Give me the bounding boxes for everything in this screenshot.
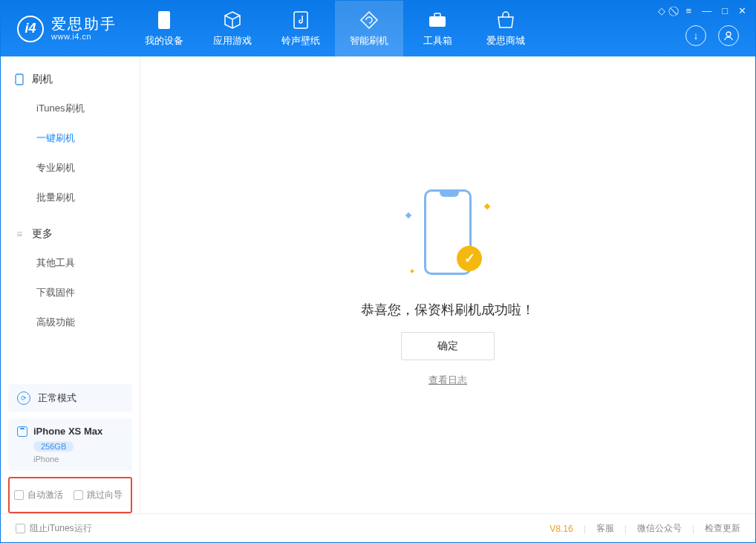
footer: 阻止iTunes运行 V8.16 | 客服 | 微信公众号 | 检查更新 — [1, 513, 755, 543]
group-title: 刷机 — [32, 73, 53, 86]
device-type: iPhone — [33, 455, 123, 464]
tab-flash[interactable]: 智能刷机 — [335, 1, 403, 56]
success-message: 恭喜您，保资料刷机成功啦！ — [361, 301, 535, 319]
tab-label: 应用游戏 — [213, 34, 252, 48]
svg-point-4 — [726, 32, 731, 36]
checkbox-block-itunes[interactable]: 阻止iTunes运行 — [16, 522, 92, 535]
sidebar-item-other-tools[interactable]: 其他工具 — [1, 248, 140, 278]
shirt-icon[interactable]: ◇ — [658, 5, 665, 17]
sidebar-item-one-click-flash[interactable]: 一键刷机 — [1, 123, 140, 153]
checkbox-auto-activate[interactable]: 自动激活 — [14, 489, 63, 501]
menu-icon[interactable]: ≡ — [686, 5, 692, 17]
svg-rect-0 — [158, 11, 170, 29]
user-icon[interactable] — [718, 25, 739, 46]
window-controls-top: ◇ ⃠ ≡ — □ ✕ — [658, 5, 746, 17]
checkbox-label: 阻止iTunes运行 — [30, 522, 92, 535]
tab-shop[interactable]: 爱思商城 — [472, 1, 540, 56]
tab-label: 爱思商城 — [486, 34, 525, 48]
checkbox-icon — [74, 490, 83, 500]
main-content: ✓ 恭喜您，保资料刷机成功啦！ 确定 查看日志 — [140, 56, 755, 513]
music-icon — [291, 10, 310, 30]
footer-link-check-update[interactable]: 检查更新 — [705, 522, 740, 535]
phone-icon — [14, 74, 25, 85]
device-card[interactable]: iPhone XS Max 256GB iPhone — [8, 418, 132, 471]
mode-card[interactable]: ⟳ 正常模式 — [8, 384, 132, 412]
tab-label: 我的设备 — [145, 34, 183, 48]
svg-rect-3 — [434, 13, 440, 17]
sidebar-group-more: ≡ 更多 — [1, 220, 140, 248]
device-name: iPhone XS Max — [33, 426, 102, 437]
toolbox-icon — [428, 10, 447, 30]
sidebar-item-itunes-flash[interactable]: iTunes刷机 — [1, 94, 140, 123]
app-subtitle: www.i4.cn — [51, 32, 117, 41]
app-title: 爱思助手 — [51, 16, 117, 32]
checkbox-label: 跳过向导 — [87, 489, 123, 501]
device-capacity: 256GB — [33, 441, 74, 452]
cube-icon — [223, 10, 242, 30]
sidebar-item-batch-flash[interactable]: 批量刷机 — [1, 183, 140, 212]
sidebar-item-pro-flash[interactable]: 专业刷机 — [1, 153, 140, 183]
app-logo: i4 爱思助手 www.i4.cn — [1, 16, 130, 42]
tab-ringtones[interactable]: 铃声壁纸 — [267, 1, 335, 56]
tab-my-device[interactable]: 我的设备 — [130, 1, 198, 56]
footer-link-support[interactable]: 客服 — [596, 522, 614, 535]
list-icon: ≡ — [14, 229, 25, 239]
header-right-icons: ↓ — [685, 25, 739, 46]
mode-label: 正常模式 — [38, 391, 76, 405]
checkbox-label: 自动激活 — [27, 489, 63, 501]
group-title: 更多 — [32, 227, 53, 241]
checkbox-icon — [14, 490, 24, 500]
view-log-link[interactable]: 查看日志 — [428, 374, 467, 387]
device-icon — [154, 10, 174, 30]
app-header: i4 爱思助手 www.i4.cn 我的设备 应用游戏 铃声壁纸 — [1, 1, 755, 56]
tab-label: 智能刷机 — [350, 34, 388, 48]
svg-rect-2 — [429, 16, 446, 27]
checkbox-skip-guide[interactable]: 跳过向导 — [74, 489, 123, 501]
main-tabs: 我的设备 应用游戏 铃声壁纸 智能刷机 工具箱 — [130, 1, 540, 56]
refresh-icon — [359, 10, 379, 30]
success-illustration: ✓ — [403, 183, 492, 287]
ok-button[interactable]: 确定 — [401, 332, 495, 360]
svg-rect-5 — [16, 74, 23, 85]
tab-apps-games[interactable]: 应用游戏 — [198, 1, 267, 56]
shop-icon — [496, 10, 515, 30]
mode-icon: ⟳ — [17, 391, 30, 405]
options-highlight-box: 自动激活 跳过向导 — [8, 477, 132, 513]
tab-label: 铃声壁纸 — [281, 34, 320, 48]
sidebar-item-advanced[interactable]: 高级功能 — [1, 308, 140, 337]
tab-toolbox[interactable]: 工具箱 — [403, 1, 472, 56]
minimize-button[interactable]: — — [702, 5, 711, 17]
tab-label: 工具箱 — [423, 34, 452, 48]
download-icon[interactable]: ↓ — [685, 25, 706, 46]
maximize-button[interactable]: □ — [722, 5, 728, 17]
sidebar-group-flash: 刷机 — [1, 65, 140, 94]
sidebar: 刷机 iTunes刷机 一键刷机 专业刷机 批量刷机 ≡ 更多 其他工具 下载固… — [1, 56, 140, 513]
logo-icon: i4 — [17, 16, 44, 42]
close-button[interactable]: ✕ — [738, 5, 746, 17]
version-label: V8.16 — [550, 524, 573, 534]
sidebar-item-download-firmware[interactable]: 下载固件 — [1, 278, 140, 308]
footer-link-wechat[interactable]: 微信公众号 — [637, 522, 682, 535]
checkbox-icon — [16, 524, 25, 533]
check-badge-icon: ✓ — [457, 246, 482, 271]
device-icon — [17, 426, 27, 437]
